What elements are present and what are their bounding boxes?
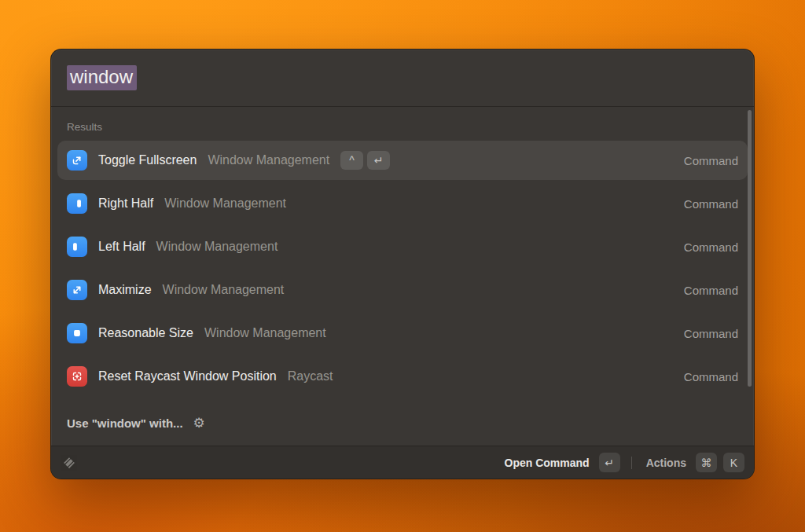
- result-type-label: Command: [684, 327, 738, 340]
- result-title: Toggle Fullscreen: [98, 153, 197, 167]
- result-type-label: Command: [684, 284, 738, 297]
- fallback-row[interactable]: Use "window" with... ⚙: [57, 400, 748, 442]
- open-command-label[interactable]: Open Command: [505, 457, 590, 469]
- right-half-icon: [67, 193, 87, 214]
- search-input[interactable]: window: [67, 65, 137, 90]
- result-title: Maximize: [98, 283, 152, 297]
- maximize-icon: [67, 280, 87, 300]
- result-row[interactable]: Maximize Window Management Command: [57, 270, 748, 310]
- result-title: Reset Raycast Window Position: [98, 369, 277, 383]
- result-title: Reasonable Size: [98, 326, 193, 340]
- result-row[interactable]: Reasonable Size Window Management Comman…: [57, 314, 748, 353]
- result-row[interactable]: Reset Raycast Window Position Raycast Co…: [57, 357, 748, 396]
- toggle-fullscreen-icon: [67, 150, 87, 171]
- result-title: Left Half: [98, 240, 145, 254]
- fallback-label: Use "window" with...: [67, 416, 183, 430]
- raycast-logo-icon: [61, 454, 78, 471]
- result-type-label: Command: [684, 240, 738, 254]
- command-key-icon[interactable]: ⌘: [696, 453, 717, 472]
- search-bar[interactable]: window: [51, 50, 754, 107]
- result-subtitle: Window Management: [163, 283, 285, 297]
- result-type-label: Command: [684, 197, 738, 211]
- results-panel: Results Toggle Fullscreen Window Managem…: [51, 107, 754, 442]
- reasonable-size-icon: [67, 323, 87, 343]
- footer-divider: [631, 457, 632, 469]
- footer-bar: Open Command ↵ Actions ⌘ K: [51, 446, 754, 479]
- ctrl-key-icon: ^: [340, 151, 363, 170]
- result-list: Toggle Fullscreen Window Management ^↵ C…: [57, 141, 748, 396]
- return-key-icon: ↵: [367, 151, 390, 170]
- result-subtitle: Window Management: [156, 240, 278, 254]
- left-half-icon: [67, 237, 87, 257]
- raycast-app-icon: [67, 366, 87, 387]
- result-subtitle: Window Management: [164, 196, 286, 211]
- gear-icon: ⚙: [193, 415, 205, 431]
- result-row[interactable]: Left Half Window Management Command: [57, 227, 748, 266]
- result-subtitle: Window Management: [208, 153, 329, 167]
- result-key-hints: ^↵: [340, 151, 390, 170]
- result-type-label: Command: [684, 370, 738, 383]
- raycast-window: window Results Toggle Fullscreen Window …: [50, 49, 755, 479]
- k-key-icon[interactable]: K: [723, 453, 744, 472]
- results-section-label: Results: [57, 107, 748, 141]
- result-row[interactable]: Toggle Fullscreen Window Management ^↵ C…: [57, 141, 748, 180]
- scrollbar[interactable]: [748, 110, 752, 387]
- actions-label[interactable]: Actions: [646, 457, 686, 469]
- result-type-label: Command: [684, 154, 738, 167]
- result-subtitle: Window Management: [204, 326, 326, 340]
- result-row[interactable]: Right Half Window Management Command: [57, 184, 748, 223]
- result-subtitle: Raycast: [288, 369, 333, 383]
- result-title: Right Half: [98, 196, 153, 211]
- return-key-icon[interactable]: ↵: [599, 453, 620, 472]
